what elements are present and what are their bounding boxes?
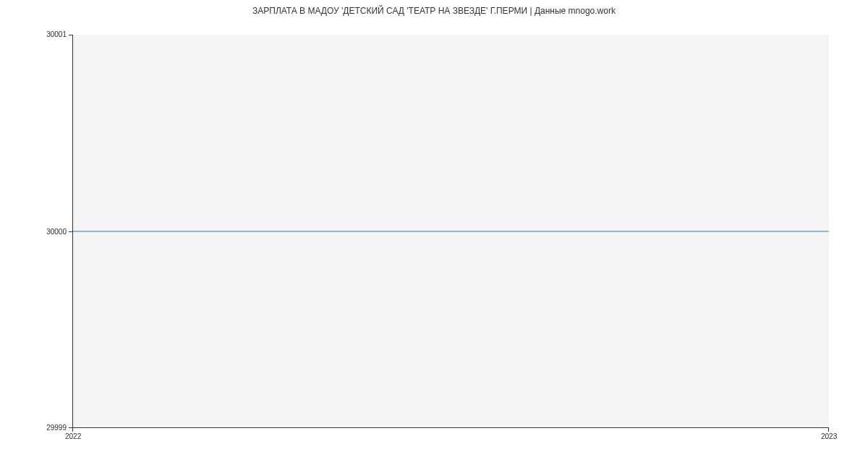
x-axis-tick: [72, 428, 73, 432]
data-line: [73, 231, 829, 231]
chart-title: ЗАРПЛАТА В МАДОУ 'ДЕТСКИЙ САД 'ТЕАТР НА …: [0, 6, 868, 16]
y-axis-label: 29999: [38, 424, 67, 432]
y-axis-label: 30000: [38, 228, 67, 236]
y-axis-label: 30001: [38, 30, 67, 38]
y-axis-tick: [69, 35, 72, 35]
x-axis-label: 2023: [821, 432, 837, 440]
plot-area: [72, 35, 829, 428]
x-axis-tick: [828, 428, 829, 432]
x-axis-label: 2022: [65, 432, 81, 440]
y-axis-tick: [69, 231, 72, 232]
